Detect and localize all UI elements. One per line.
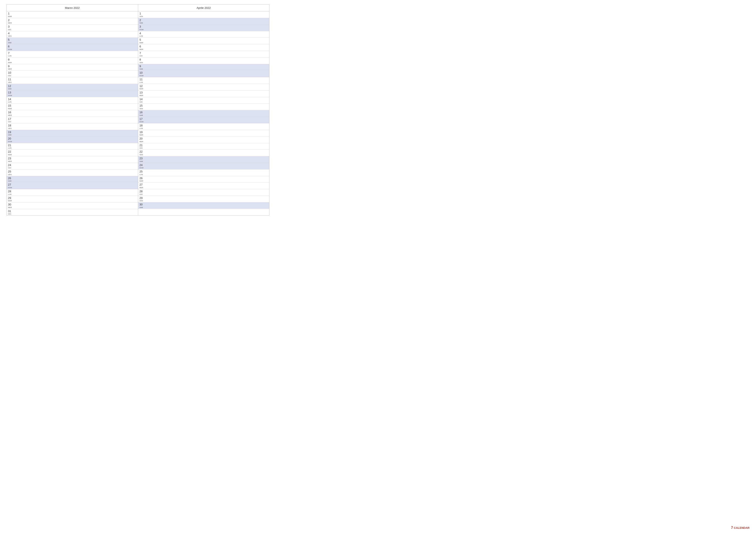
day-row: 28LUN: [7, 189, 138, 196]
day-number: 28: [139, 190, 144, 193]
day-number: 12: [139, 85, 144, 88]
day-number: 26: [8, 177, 13, 180]
day-name: GIO: [139, 101, 144, 103]
day-info: 15VEN: [139, 104, 144, 110]
day-row: 12MAR: [138, 84, 269, 91]
day-row: 7LUN: [7, 51, 138, 58]
day-row: 25LUN: [138, 169, 269, 176]
day-row: 19SAB: [7, 130, 138, 137]
day-name: MER: [8, 206, 13, 208]
day-number: 8: [139, 58, 144, 62]
month-section-0: Marzo 20221MAR2MER3GIO4VEN5SAB6DOM7LUN8M…: [7, 4, 138, 216]
day-info: 28LUN: [8, 190, 13, 195]
day-name: SAB: [8, 134, 13, 136]
day-number: 2: [8, 18, 13, 22]
day-row: 10GIO: [7, 71, 138, 77]
day-row: 3GIO: [7, 25, 138, 31]
day-info: 9SAB: [139, 64, 144, 70]
day-number: 8: [8, 58, 13, 62]
day-number: 6: [139, 45, 144, 48]
day-number: 4: [139, 32, 144, 35]
day-info: 30SAB: [139, 203, 144, 208]
day-row: 17DOM: [138, 117, 269, 124]
day-row: 27MER: [138, 183, 269, 189]
day-name: GIO: [8, 167, 13, 169]
day-name: DOM: [139, 28, 144, 31]
day-name: VEN: [139, 15, 144, 17]
day-name: SAB: [139, 160, 144, 162]
day-number: 14: [139, 97, 144, 101]
day-name: VEN: [8, 81, 13, 83]
day-info: 8VEN: [139, 58, 144, 64]
day-number: 22: [139, 150, 144, 154]
days-list-1: 1VEN2SAB3DOM4LUN5MAR6MER7GIO8VEN9SAB10DO…: [138, 12, 269, 209]
day-row: 26MAR: [138, 176, 269, 183]
day-row: 16SAB: [138, 110, 269, 117]
day-info: 4LUN: [139, 32, 144, 37]
day-number: 24: [8, 164, 13, 167]
day-name: DOM: [8, 48, 13, 50]
day-number: 25: [8, 170, 13, 173]
day-row: 18LUN: [138, 123, 269, 130]
day-number: 29: [8, 196, 13, 200]
day-row: 8MAR: [7, 58, 138, 64]
day-info: 2MER: [8, 18, 13, 24]
day-info: 6DOM: [8, 45, 13, 50]
day-row: 30SAB: [138, 202, 269, 209]
day-row: 24DOM: [138, 163, 269, 170]
day-number: 13: [8, 91, 13, 94]
day-row: 11VEN: [7, 77, 138, 84]
day-name: MER: [139, 94, 144, 96]
day-name: VEN: [139, 200, 144, 202]
day-info: 9MER: [8, 64, 13, 70]
day-number: 31: [8, 210, 13, 213]
day-number: 17: [8, 117, 13, 121]
day-name: DOM: [139, 167, 144, 169]
day-name: VEN: [139, 62, 144, 64]
day-name: MAR: [139, 41, 144, 44]
day-row: 8VEN: [138, 58, 269, 64]
day-info: 31GIO: [8, 210, 13, 215]
day-name: SAB: [139, 114, 144, 116]
day-number: 11: [139, 78, 144, 81]
day-name: SAB: [8, 41, 13, 44]
day-info: 29VEN: [139, 196, 144, 202]
day-number: 1: [8, 12, 13, 15]
day-name: SAB: [8, 88, 13, 90]
day-row: 23SAB: [138, 156, 269, 163]
day-info: 12MAR: [139, 85, 144, 90]
day-info: 25LUN: [139, 170, 144, 175]
day-info: 16SAB: [139, 111, 144, 116]
day-number: 14: [8, 97, 13, 101]
day-info: 15MAR: [8, 104, 13, 110]
day-info: 22MAR: [8, 150, 13, 156]
day-name: MER: [8, 160, 13, 162]
day-name: MER: [8, 22, 13, 24]
day-number: 30: [139, 203, 144, 206]
day-number: 1: [139, 12, 144, 15]
month-section-1: Aprile 20221VEN2SAB3DOM4LUN5MAR6MER7GIO8…: [138, 4, 269, 216]
day-name: DOM: [139, 74, 144, 77]
day-row: 10DOM: [138, 71, 269, 77]
day-info: 10DOM: [139, 71, 144, 77]
day-row: 23MER: [7, 156, 138, 163]
day-number: 13: [139, 91, 144, 94]
day-name: DOM: [8, 187, 13, 189]
day-row: 1MAR: [7, 12, 138, 18]
day-row: 25VEN: [7, 169, 138, 176]
day-info: 20MER: [139, 137, 144, 142]
day-info: 11LUN: [139, 78, 144, 83]
day-info: 18LUN: [139, 124, 144, 129]
day-info: 30MER: [8, 203, 13, 208]
day-name: SAB: [139, 206, 144, 208]
day-number: 18: [139, 124, 144, 127]
day-number: 29: [139, 196, 144, 200]
day-row: 11LUN: [138, 77, 269, 84]
day-info: 14LUN: [8, 97, 13, 103]
day-info: 10GIO: [8, 71, 13, 77]
day-row: 5MAR: [138, 38, 269, 44]
day-row: 26SAB: [7, 176, 138, 183]
day-row: 4VEN: [7, 31, 138, 38]
day-name: GIO: [139, 193, 144, 195]
day-number: 28: [8, 190, 13, 193]
